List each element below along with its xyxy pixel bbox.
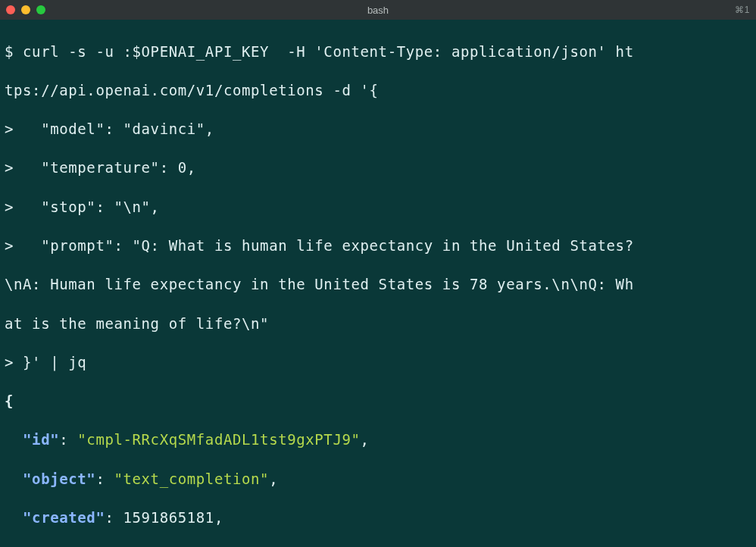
cmd-text: \nA: Human life expectancy in the United…: [5, 276, 634, 292]
window-controls: [6, 5, 45, 14]
prompt-ps2: >: [5, 159, 41, 176]
json-value: "cmpl-RRcXqSMfadADL1tst9gxPTJ9": [77, 431, 360, 448]
prompt-ps2: >: [5, 198, 41, 215]
json-object: "object": "text_completion",: [5, 470, 751, 489]
window-shortcut-hint: ⌘1: [735, 5, 750, 15]
prompt-ps1: $: [5, 43, 23, 60]
close-icon[interactable]: [6, 5, 15, 14]
window-title: bash: [0, 5, 756, 16]
cmd-text: "model": "davinci",: [41, 120, 214, 137]
cmd-body-temperature: > "temperature": 0,: [5, 158, 751, 178]
cmd-body-prompt-b: \nA: Human life expectancy in the United…: [5, 275, 751, 295]
cmd-text: "stop": "\n",: [41, 198, 160, 215]
cmd-text: "temperature": 0,: [41, 159, 196, 176]
json-key: "id": [23, 431, 59, 448]
cmd-body-prompt-c: at is the meaning of life?\n": [5, 314, 751, 334]
window-titlebar: bash ⌘1: [0, 0, 756, 20]
cmd-line-2: tps://api.openai.com/v1/completions -d '…: [5, 81, 751, 101]
terminal-body[interactable]: $ curl -s -u :$OPENAI_API_KEY -H 'Conten…: [0, 20, 756, 547]
cmd-pipe: > }' | jq: [5, 353, 751, 373]
cmd-body-prompt-a: > "prompt": "Q: What is human life expec…: [5, 236, 751, 256]
minimize-icon[interactable]: [21, 5, 30, 14]
cmd-text: at is the meaning of life?\n": [5, 315, 269, 332]
prompt-ps2: >: [5, 237, 41, 254]
json-id: "id": "cmpl-RRcXqSMfadADL1tst9gxPTJ9",: [5, 430, 751, 450]
cmd-body-model: > "model": "davinci",: [5, 120, 751, 139]
cmd-text: "prompt": "Q: What is human life expecta…: [41, 237, 634, 254]
json-open-brace: {: [5, 392, 751, 411]
json-key: "object": [23, 470, 95, 487]
prompt-ps2: >: [5, 354, 23, 370]
json-created: "created": 1591865181,: [5, 508, 751, 528]
json-value: 1591865181: [123, 509, 214, 526]
cmd-text: tps://api.openai.com/v1/completions -d '…: [5, 82, 379, 98]
cmd-body-stop: > "stop": "\n",: [5, 198, 751, 217]
cmd-text: }' | jq: [23, 354, 86, 370]
zoom-icon[interactable]: [36, 5, 45, 14]
prompt-ps2: >: [5, 120, 41, 137]
cmd-text: curl -s -u :$OPENAI_API_KEY -H 'Content-…: [23, 43, 634, 60]
json-key: "created": [23, 509, 105, 526]
cmd-line-1: $ curl -s -u :$OPENAI_API_KEY -H 'Conten…: [5, 42, 751, 62]
json-value: "text_completion": [114, 470, 269, 487]
